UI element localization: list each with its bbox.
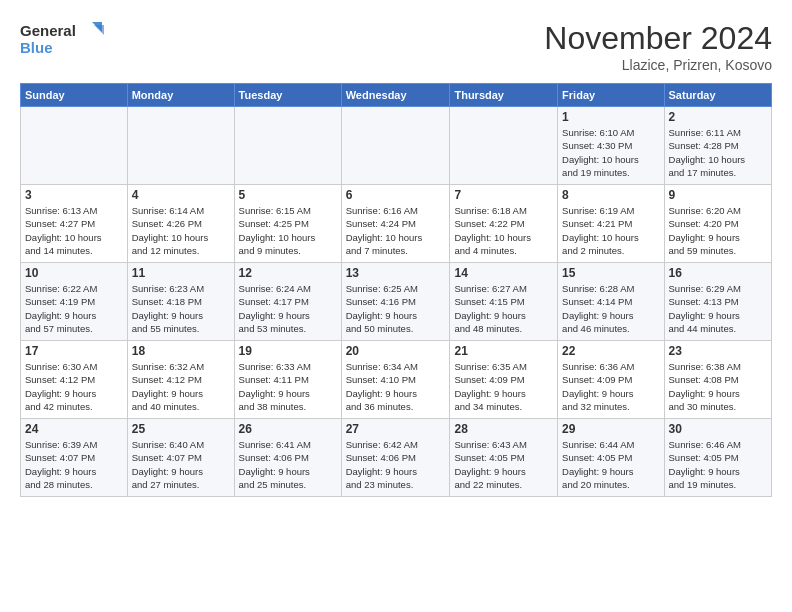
calendar-cell: 18Sunrise: 6:32 AM Sunset: 4:12 PM Dayli… (127, 341, 234, 419)
day-number: 18 (132, 344, 230, 358)
day-detail: Sunrise: 6:24 AM Sunset: 4:17 PM Dayligh… (239, 282, 337, 335)
day-number: 21 (454, 344, 553, 358)
svg-text:General: General (20, 22, 76, 39)
calendar-cell: 3Sunrise: 6:13 AM Sunset: 4:27 PM Daylig… (21, 185, 128, 263)
logo-text: General Blue (20, 20, 110, 62)
day-detail: Sunrise: 6:35 AM Sunset: 4:09 PM Dayligh… (454, 360, 553, 413)
day-number: 16 (669, 266, 767, 280)
calendar-cell: 30Sunrise: 6:46 AM Sunset: 4:05 PM Dayli… (664, 419, 771, 497)
calendar-cell: 6Sunrise: 6:16 AM Sunset: 4:24 PM Daylig… (341, 185, 450, 263)
day-detail: Sunrise: 6:20 AM Sunset: 4:20 PM Dayligh… (669, 204, 767, 257)
calendar-cell: 16Sunrise: 6:29 AM Sunset: 4:13 PM Dayli… (664, 263, 771, 341)
day-detail: Sunrise: 6:29 AM Sunset: 4:13 PM Dayligh… (669, 282, 767, 335)
day-detail: Sunrise: 6:41 AM Sunset: 4:06 PM Dayligh… (239, 438, 337, 491)
calendar-header-friday: Friday (558, 84, 664, 107)
day-detail: Sunrise: 6:44 AM Sunset: 4:05 PM Dayligh… (562, 438, 659, 491)
calendar-cell: 21Sunrise: 6:35 AM Sunset: 4:09 PM Dayli… (450, 341, 558, 419)
calendar-cell: 14Sunrise: 6:27 AM Sunset: 4:15 PM Dayli… (450, 263, 558, 341)
logo: General Blue (20, 20, 110, 62)
calendar-cell: 8Sunrise: 6:19 AM Sunset: 4:21 PM Daylig… (558, 185, 664, 263)
calendar-header-wednesday: Wednesday (341, 84, 450, 107)
day-number: 17 (25, 344, 123, 358)
day-detail: Sunrise: 6:30 AM Sunset: 4:12 PM Dayligh… (25, 360, 123, 413)
calendar-cell: 24Sunrise: 6:39 AM Sunset: 4:07 PM Dayli… (21, 419, 128, 497)
calendar-cell: 26Sunrise: 6:41 AM Sunset: 4:06 PM Dayli… (234, 419, 341, 497)
day-number: 4 (132, 188, 230, 202)
calendar-cell: 19Sunrise: 6:33 AM Sunset: 4:11 PM Dayli… (234, 341, 341, 419)
day-detail: Sunrise: 6:16 AM Sunset: 4:24 PM Dayligh… (346, 204, 446, 257)
calendar-week-5: 24Sunrise: 6:39 AM Sunset: 4:07 PM Dayli… (21, 419, 772, 497)
day-number: 10 (25, 266, 123, 280)
calendar-table: SundayMondayTuesdayWednesdayThursdayFrid… (20, 83, 772, 497)
day-detail: Sunrise: 6:11 AM Sunset: 4:28 PM Dayligh… (669, 126, 767, 179)
day-detail: Sunrise: 6:34 AM Sunset: 4:10 PM Dayligh… (346, 360, 446, 413)
day-number: 23 (669, 344, 767, 358)
day-number: 15 (562, 266, 659, 280)
day-number: 28 (454, 422, 553, 436)
calendar-week-4: 17Sunrise: 6:30 AM Sunset: 4:12 PM Dayli… (21, 341, 772, 419)
calendar-week-3: 10Sunrise: 6:22 AM Sunset: 4:19 PM Dayli… (21, 263, 772, 341)
day-number: 5 (239, 188, 337, 202)
calendar-cell: 4Sunrise: 6:14 AM Sunset: 4:26 PM Daylig… (127, 185, 234, 263)
day-number: 8 (562, 188, 659, 202)
day-detail: Sunrise: 6:19 AM Sunset: 4:21 PM Dayligh… (562, 204, 659, 257)
calendar-cell: 11Sunrise: 6:23 AM Sunset: 4:18 PM Dayli… (127, 263, 234, 341)
page: General Blue November 2024 Llazice, Priz… (0, 0, 792, 612)
day-number: 27 (346, 422, 446, 436)
calendar-header-saturday: Saturday (664, 84, 771, 107)
day-number: 22 (562, 344, 659, 358)
day-number: 12 (239, 266, 337, 280)
day-number: 20 (346, 344, 446, 358)
calendar-header-row: SundayMondayTuesdayWednesdayThursdayFrid… (21, 84, 772, 107)
calendar-cell: 28Sunrise: 6:43 AM Sunset: 4:05 PM Dayli… (450, 419, 558, 497)
day-number: 14 (454, 266, 553, 280)
day-detail: Sunrise: 6:25 AM Sunset: 4:16 PM Dayligh… (346, 282, 446, 335)
day-detail: Sunrise: 6:40 AM Sunset: 4:07 PM Dayligh… (132, 438, 230, 491)
calendar-cell: 10Sunrise: 6:22 AM Sunset: 4:19 PM Dayli… (21, 263, 128, 341)
calendar-header-sunday: Sunday (21, 84, 128, 107)
calendar-cell: 20Sunrise: 6:34 AM Sunset: 4:10 PM Dayli… (341, 341, 450, 419)
day-detail: Sunrise: 6:33 AM Sunset: 4:11 PM Dayligh… (239, 360, 337, 413)
calendar-header-thursday: Thursday (450, 84, 558, 107)
day-number: 30 (669, 422, 767, 436)
calendar-header-monday: Monday (127, 84, 234, 107)
calendar-cell: 12Sunrise: 6:24 AM Sunset: 4:17 PM Dayli… (234, 263, 341, 341)
day-number: 3 (25, 188, 123, 202)
calendar-cell (234, 107, 341, 185)
calendar-cell: 13Sunrise: 6:25 AM Sunset: 4:16 PM Dayli… (341, 263, 450, 341)
day-number: 1 (562, 110, 659, 124)
day-number: 19 (239, 344, 337, 358)
calendar-cell: 7Sunrise: 6:18 AM Sunset: 4:22 PM Daylig… (450, 185, 558, 263)
day-number: 9 (669, 188, 767, 202)
title-block: November 2024 Llazice, Prizren, Kosovo (544, 20, 772, 73)
day-detail: Sunrise: 6:22 AM Sunset: 4:19 PM Dayligh… (25, 282, 123, 335)
calendar-cell (127, 107, 234, 185)
calendar-cell: 17Sunrise: 6:30 AM Sunset: 4:12 PM Dayli… (21, 341, 128, 419)
day-detail: Sunrise: 6:15 AM Sunset: 4:25 PM Dayligh… (239, 204, 337, 257)
day-detail: Sunrise: 6:18 AM Sunset: 4:22 PM Dayligh… (454, 204, 553, 257)
day-detail: Sunrise: 6:43 AM Sunset: 4:05 PM Dayligh… (454, 438, 553, 491)
calendar-cell: 9Sunrise: 6:20 AM Sunset: 4:20 PM Daylig… (664, 185, 771, 263)
day-detail: Sunrise: 6:23 AM Sunset: 4:18 PM Dayligh… (132, 282, 230, 335)
calendar-cell: 23Sunrise: 6:38 AM Sunset: 4:08 PM Dayli… (664, 341, 771, 419)
day-detail: Sunrise: 6:14 AM Sunset: 4:26 PM Dayligh… (132, 204, 230, 257)
day-number: 2 (669, 110, 767, 124)
day-detail: Sunrise: 6:38 AM Sunset: 4:08 PM Dayligh… (669, 360, 767, 413)
calendar-cell: 29Sunrise: 6:44 AM Sunset: 4:05 PM Dayli… (558, 419, 664, 497)
day-detail: Sunrise: 6:46 AM Sunset: 4:05 PM Dayligh… (669, 438, 767, 491)
month-title: November 2024 (544, 20, 772, 57)
day-number: 29 (562, 422, 659, 436)
calendar-cell: 15Sunrise: 6:28 AM Sunset: 4:14 PM Dayli… (558, 263, 664, 341)
calendar-week-1: 1Sunrise: 6:10 AM Sunset: 4:30 PM Daylig… (21, 107, 772, 185)
location-subtitle: Llazice, Prizren, Kosovo (544, 57, 772, 73)
day-detail: Sunrise: 6:13 AM Sunset: 4:27 PM Dayligh… (25, 204, 123, 257)
day-number: 25 (132, 422, 230, 436)
calendar-cell: 5Sunrise: 6:15 AM Sunset: 4:25 PM Daylig… (234, 185, 341, 263)
day-number: 24 (25, 422, 123, 436)
day-detail: Sunrise: 6:42 AM Sunset: 4:06 PM Dayligh… (346, 438, 446, 491)
day-detail: Sunrise: 6:36 AM Sunset: 4:09 PM Dayligh… (562, 360, 659, 413)
day-detail: Sunrise: 6:28 AM Sunset: 4:14 PM Dayligh… (562, 282, 659, 335)
day-number: 6 (346, 188, 446, 202)
day-detail: Sunrise: 6:27 AM Sunset: 4:15 PM Dayligh… (454, 282, 553, 335)
calendar-cell: 25Sunrise: 6:40 AM Sunset: 4:07 PM Dayli… (127, 419, 234, 497)
